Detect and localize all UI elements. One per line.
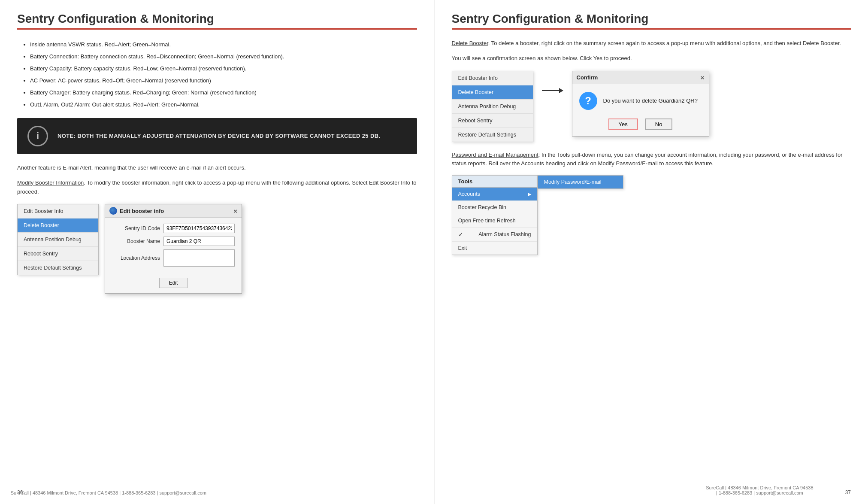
tools-item-booster-recycle-label: Booster Recycle Bin <box>458 204 507 210</box>
arrow-line <box>542 90 559 91</box>
edit-booster-dialog: Edit booster info × Sentry ID Code Boost… <box>105 204 242 294</box>
submenu-panel: Modify Password/E-mail <box>538 175 623 189</box>
submenu-item-modify-password[interactable]: Modify Password/E-mail <box>538 176 623 188</box>
menu-item-delete-booster[interactable]: Delete Booster <box>18 219 98 233</box>
delete-booster-label: Delete Booster <box>452 40 488 46</box>
info-icon: i <box>27 126 48 146</box>
tools-menu-container: Tools Accounts ▶ Booster Recycle Bin Ope… <box>452 175 851 255</box>
dialog-close-button[interactable]: × <box>233 207 237 215</box>
modify-booster-label: Modify Booster Information <box>17 179 84 186</box>
right-menu-item-reboot-sentry[interactable]: Reboot Sentry <box>452 114 533 128</box>
right-context-menu: Edit Booster Info Delete Booster Antenna… <box>452 71 533 142</box>
right-page-number: 37 <box>845 489 851 495</box>
booster-name-label: Booster Name <box>112 238 163 244</box>
left-popup-container: Edit Booster Info Delete Booster Antenna… <box>17 204 417 294</box>
delete-booster-text2: You will see a confirmation screen as sh… <box>452 54 851 63</box>
right-menu-item-antenna-debug[interactable]: Antenna Position Debug <box>452 100 533 114</box>
location-address-label: Location Address <box>112 255 163 261</box>
dialog-body: Sentry ID Code Booster Name Location Add… <box>105 218 242 275</box>
left-page-title: Sentry Configuration & Monitoring <box>17 12 417 26</box>
list-item: AC Power: AC-power status. Red=Off; Gree… <box>30 75 417 86</box>
list-item: Battery Connection: Battery connection s… <box>30 51 417 62</box>
confirm-close-button[interactable]: × <box>701 74 705 81</box>
delete-booster-desc: . To delete a booster, right click on th… <box>488 40 841 46</box>
no-button[interactable]: No <box>645 118 673 130</box>
right-menu-item-restore-defaults[interactable]: Restore Default Settings <box>452 128 533 142</box>
tools-item-accounts-label: Accounts <box>458 191 480 197</box>
confirm-area: Edit Booster Info Delete Booster Antenna… <box>452 71 851 142</box>
location-address-input[interactable] <box>163 249 235 267</box>
tools-item-accounts[interactable]: Accounts ▶ <box>452 188 537 201</box>
confirm-body: ? Do you want to delete Guardian2 QR? <box>572 84 709 114</box>
sentry-id-label: Sentry ID Code <box>112 225 163 231</box>
left-red-divider <box>17 28 417 30</box>
password-label: Password and E-mail Management <box>452 152 538 158</box>
right-menu-item-edit-booster[interactable]: Edit Booster Info <box>452 71 533 85</box>
list-item: Battery Capacity: Battery capacity statu… <box>30 63 417 74</box>
globe-icon <box>109 207 117 215</box>
left-footer: SureCall | 48346 Milmont Drive, Fremont … <box>11 490 206 495</box>
password-text: Password and E-mail Management: In the T… <box>452 151 851 169</box>
note-text: NOTE: BOTH THE MANUALLY ADJUSTED ATTENUA… <box>57 132 380 141</box>
tools-item-open-refresh[interactable]: Open Free time Refresh <box>452 214 537 228</box>
tools-panel-title: Tools <box>452 176 537 188</box>
yes-button[interactable]: Yes <box>608 118 638 130</box>
right-page-title: Sentry Configuration & Monitoring <box>452 12 851 26</box>
sentry-id-field: Sentry ID Code <box>112 224 235 233</box>
tools-item-booster-recycle[interactable]: Booster Recycle Bin <box>452 201 537 214</box>
list-item: Battery Charger: Battery charging status… <box>30 87 417 98</box>
right-page: Sentry Configuration & Monitoring Delete… <box>434 0 868 504</box>
right-red-divider <box>452 28 851 30</box>
dialog-titlebar: Edit booster info × <box>105 204 242 218</box>
delete-booster-text1: Delete Booster. To delete a booster, rig… <box>452 39 851 48</box>
list-item: Out1 Alarm, Out2 Alarm: Out-alert status… <box>30 99 417 110</box>
right-footer: SureCall | 48346 Milmont Drive, Fremont … <box>705 485 814 495</box>
confirm-message: Do you want to delete Guardian2 QR? <box>603 97 698 104</box>
menu-item-restore-defaults[interactable]: Restore Default Settings <box>18 261 98 275</box>
tools-panel: Tools Accounts ▶ Booster Recycle Bin Ope… <box>452 175 538 255</box>
confirm-title: Confirm <box>577 74 598 81</box>
tools-item-alarm-flashing-label: Alarm Status Flashing <box>478 231 531 237</box>
tools-item-exit-label: Exit <box>458 245 467 251</box>
question-icon: ? <box>579 92 597 110</box>
tools-item-open-refresh-label: Open Free time Refresh <box>458 218 516 224</box>
checkmark-icon: ✓ <box>458 231 463 238</box>
bullet-list: Inside antenna VSWR status. Red=Alert; G… <box>17 39 417 110</box>
location-address-field: Location Address <box>112 249 235 267</box>
arrow-head <box>559 88 563 93</box>
chevron-right-icon: ▶ <box>528 191 531 197</box>
dialog-title: Edit booster info <box>120 208 164 214</box>
tools-area: Tools Accounts ▶ Booster Recycle Bin Ope… <box>452 175 851 255</box>
booster-name-input[interactable] <box>163 237 235 246</box>
list-item: Inside antenna VSWR status. Red=Alert; G… <box>30 39 417 50</box>
tools-item-exit[interactable]: Exit <box>452 242 537 255</box>
confirm-titlebar: Confirm × <box>572 71 709 84</box>
tools-item-alarm-flashing[interactable]: ✓ Alarm Status Flashing <box>452 228 537 242</box>
confirm-buttons: Yes No <box>572 114 709 136</box>
arrow-connector <box>542 88 563 93</box>
booster-name-field: Booster Name <box>112 237 235 246</box>
menu-item-edit-booster[interactable]: Edit Booster Info <box>18 204 98 219</box>
sentry-id-input[interactable] <box>163 224 235 233</box>
left-context-menu: Edit Booster Info Delete Booster Antenna… <box>17 204 99 275</box>
left-page: Sentry Configuration & Monitoring Inside… <box>0 0 434 504</box>
menu-item-reboot-sentry[interactable]: Reboot Sentry <box>18 247 98 261</box>
dialog-footer: Edit <box>105 275 242 293</box>
right-menu-item-delete-booster[interactable]: Delete Booster <box>452 85 533 100</box>
menu-item-antenna-debug[interactable]: Antenna Position Debug <box>18 233 98 247</box>
note-box: i NOTE: BOTH THE MANUALLY ADJUSTED ATTEN… <box>17 118 417 154</box>
email-alert-text: Another feature is E-mail Alert, meaning… <box>17 164 417 173</box>
edit-button[interactable]: Edit <box>159 278 188 288</box>
modify-booster-text: Modify Booster Information. To modify th… <box>17 179 417 197</box>
confirm-dialog: Confirm × ? Do you want to delete Guardi… <box>572 71 709 137</box>
